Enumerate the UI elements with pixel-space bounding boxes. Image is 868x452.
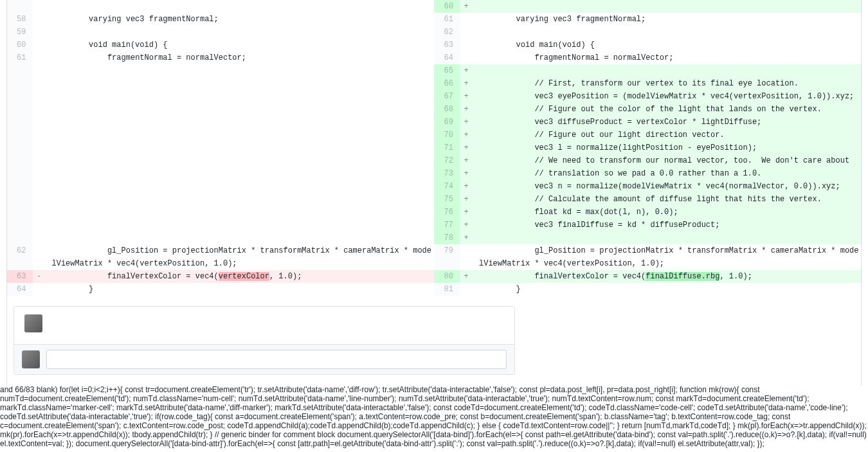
- line-number[interactable]: 64: [434, 51, 460, 64]
- code-line[interactable]: // Calculate the amount of diffuse light…: [473, 193, 862, 206]
- code-line[interactable]: varying vec3 fragmentNormal;: [473, 13, 862, 26]
- code-line[interactable]: vec3 n = normalize(modelViewMatrix * vec…: [473, 180, 862, 193]
- code-line[interactable]: [46, 231, 435, 244]
- line-number[interactable]: 61: [434, 13, 460, 26]
- code-line[interactable]: varying vec3 fragmentNormal;: [46, 13, 435, 26]
- code-line[interactable]: [46, 180, 435, 193]
- line-number[interactable]: 63: [7, 270, 33, 283]
- code-line[interactable]: vec3 eyePosition = (modelViewMatrix * ve…: [473, 90, 862, 103]
- diff-row: 69+ vec3 diffuseProduct = vertexColor * …: [7, 116, 862, 129]
- code-line[interactable]: [46, 206, 435, 219]
- code-line[interactable]: void main(void) {: [473, 39, 862, 51]
- code-line[interactable]: void main(void) {: [46, 39, 435, 51]
- line-number[interactable]: 65: [434, 64, 460, 77]
- code-line[interactable]: [473, 64, 862, 77]
- line-number[interactable]: [7, 141, 33, 154]
- diff-marker: +: [460, 180, 473, 193]
- line-number[interactable]: 79: [434, 244, 460, 270]
- line-number[interactable]: 62: [434, 26, 460, 39]
- line-number[interactable]: [7, 219, 33, 231]
- line-number[interactable]: 74: [434, 180, 460, 193]
- code-line[interactable]: [46, 0, 435, 13]
- code-line[interactable]: [46, 116, 435, 129]
- line-number[interactable]: 72: [434, 154, 460, 167]
- code-line[interactable]: // Figure out our light direction vector…: [473, 129, 862, 141]
- code-line[interactable]: }: [473, 283, 862, 296]
- line-number[interactable]: 69: [434, 116, 460, 129]
- line-number[interactable]: 58: [7, 13, 33, 26]
- line-number[interactable]: 60: [434, 0, 460, 13]
- code-line[interactable]: fragmentNormal = normalVector;: [46, 51, 435, 64]
- line-number[interactable]: [7, 180, 33, 193]
- code-line[interactable]: [473, 26, 862, 39]
- line-number[interactable]: 78: [434, 231, 460, 244]
- line-number[interactable]: 62: [7, 244, 33, 270]
- line-number[interactable]: [7, 129, 33, 141]
- line-number[interactable]: 71: [434, 141, 460, 154]
- line-number[interactable]: 70: [434, 129, 460, 141]
- diff-row: 63- finalVertexColor = vec4(vertexColor,…: [7, 270, 862, 283]
- code-line[interactable]: // Figure out the color of the light tha…: [473, 103, 862, 116]
- code-line[interactable]: [46, 141, 435, 154]
- code-line[interactable]: [46, 193, 435, 206]
- line-number[interactable]: 66: [434, 77, 460, 90]
- line-number[interactable]: 61: [7, 51, 33, 64]
- comment-box: [14, 306, 515, 375]
- line-number[interactable]: [7, 116, 33, 129]
- diff-marker: [460, 26, 473, 39]
- line-number[interactable]: 76: [434, 206, 460, 219]
- code-line[interactable]: // translation so we pad a 0.0 rather th…: [473, 167, 862, 180]
- code-line[interactable]: [46, 77, 435, 90]
- avatar[interactable]: [22, 350, 40, 368]
- code-line[interactable]: [46, 129, 435, 141]
- line-number[interactable]: 81: [434, 283, 460, 296]
- line-number[interactable]: 68: [434, 103, 460, 116]
- line-number[interactable]: 60: [7, 39, 33, 51]
- code-line[interactable]: vec3 diffuseProduct = vertexColor * ligh…: [473, 116, 862, 129]
- diff-row: 75+ // Calculate the amount of diffuse l…: [7, 193, 862, 206]
- code-line[interactable]: [46, 167, 435, 180]
- line-number[interactable]: [7, 90, 33, 103]
- code-line[interactable]: [46, 64, 435, 77]
- line-number[interactable]: [7, 193, 33, 206]
- line-number[interactable]: 64: [7, 283, 33, 296]
- line-number[interactable]: 75: [434, 193, 460, 206]
- code-line[interactable]: }: [46, 283, 435, 296]
- code-line[interactable]: fragmentNormal = normalVector;: [473, 51, 862, 64]
- code-line[interactable]: gl_Position = projectionMatrix * transfo…: [46, 244, 435, 270]
- code-line[interactable]: [46, 90, 435, 103]
- reply-input[interactable]: [46, 350, 507, 369]
- line-number[interactable]: 59: [7, 26, 33, 39]
- code-line[interactable]: vec3 l = normalize(lightPosition - eyePo…: [473, 141, 862, 154]
- line-number[interactable]: [7, 64, 33, 77]
- code-line[interactable]: // First, transform our vertex to its fi…: [473, 77, 862, 90]
- code-line[interactable]: [473, 231, 862, 244]
- diff-marker: [460, 51, 473, 64]
- code-line[interactable]: [46, 26, 435, 39]
- line-number[interactable]: 77: [434, 219, 460, 231]
- code-line[interactable]: [46, 219, 435, 231]
- code-line[interactable]: vec3 finalDiffuse = kd * diffuseProduct;: [473, 219, 862, 231]
- diff-marker: [33, 77, 46, 90]
- line-number[interactable]: [7, 0, 33, 13]
- code-line[interactable]: float kd = max(dot(l, n), 0.0);: [473, 206, 862, 219]
- line-number[interactable]: 73: [434, 167, 460, 180]
- avatar[interactable]: [24, 314, 42, 332]
- line-number[interactable]: [7, 231, 33, 244]
- line-number[interactable]: [7, 154, 33, 167]
- line-number[interactable]: [7, 103, 33, 116]
- code-line[interactable]: finalVertexColor = vec4(finalDiffuse.rbg…: [473, 270, 862, 283]
- line-number[interactable]: [7, 167, 33, 180]
- code-line[interactable]: gl_Position = projectionMatrix * transfo…: [473, 244, 862, 270]
- line-number[interactable]: 67: [434, 90, 460, 103]
- line-number[interactable]: 63: [434, 39, 460, 51]
- code-line[interactable]: [473, 0, 862, 13]
- code-line[interactable]: // We need to transform our normal vecto…: [473, 154, 862, 167]
- code-line[interactable]: [46, 154, 435, 167]
- line-number[interactable]: [7, 206, 33, 219]
- line-number[interactable]: 80: [434, 270, 460, 283]
- line-number[interactable]: [7, 77, 33, 90]
- code-line[interactable]: finalVertexColor = vec4(vertexColor, 1.0…: [46, 270, 435, 283]
- diff-marker: [460, 244, 473, 270]
- code-line[interactable]: [46, 103, 435, 116]
